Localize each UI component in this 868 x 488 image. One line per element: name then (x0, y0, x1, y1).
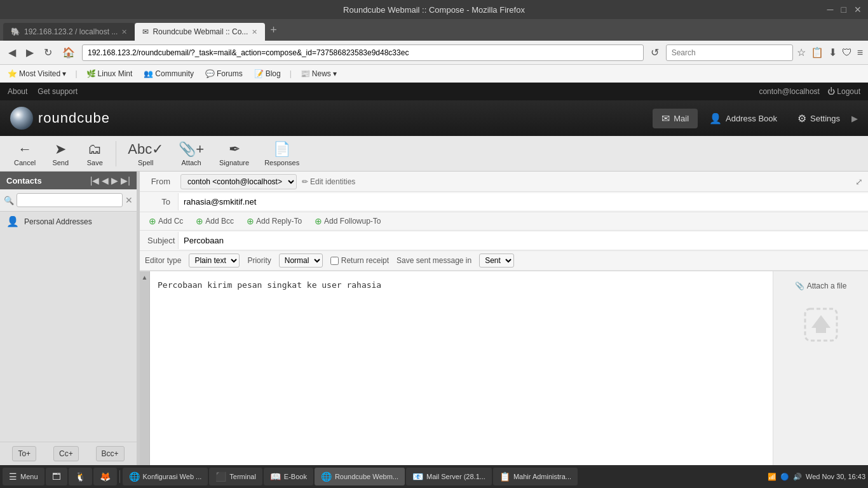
attach-label: Attach (182, 159, 201, 166)
save-sent-select[interactable]: Sent (479, 254, 514, 268)
taskbar-ebook-btn[interactable]: 📖 E-Book (264, 468, 313, 485)
taskbar: ☰ Menu 🗔 🐧 🦊 🌐 Konfigurasi Web ... ⬛ Ter… (0, 465, 868, 488)
nav-expand-btn[interactable]: ▶ (851, 114, 858, 123)
back-button[interactable]: ◀ (5, 45, 19, 60)
bcc-button[interactable]: Bcc+ (96, 446, 125, 461)
add-cc-btn[interactable]: ⊕ Add Cc (145, 215, 187, 227)
logout-btn[interactable]: ⏻ Logout (827, 87, 860, 96)
system-icon: 🐧 (75, 471, 86, 482)
priority-select[interactable]: Normal (279, 254, 323, 268)
tab-rc-close[interactable]: ✕ (252, 28, 257, 36)
spell-label: Spell (138, 159, 153, 166)
return-receipt-checkbox[interactable] (330, 257, 339, 265)
taskbar-menu-btn[interactable]: ☰ Menu (3, 468, 44, 485)
contacts-header: Contacts |◀ ◀ ▶ ▶| (0, 172, 137, 189)
contacts-first-btn[interactable]: |◀ (90, 175, 100, 186)
bookmark-community[interactable]: 👥 Community (141, 68, 196, 79)
history-icon[interactable]: 📋 (811, 46, 824, 58)
signature-button[interactable]: ✒ Signature (213, 139, 255, 169)
taskbar-browser-btn[interactable]: 🦊 (93, 468, 117, 485)
responses-button[interactable]: 📄 Responses (258, 139, 306, 169)
taskbar-roundcube-btn[interactable]: 🌐 Roundcube Webm... (315, 468, 405, 485)
send-button[interactable]: ➤ Send (44, 139, 76, 169)
taskbar-konfigurasi-btn[interactable]: 🌐 Konfigurasi Web ... (123, 468, 208, 485)
responses-label: Responses (264, 159, 299, 166)
nav-settings-btn[interactable]: ⚙ Settings (789, 109, 849, 128)
window-controls[interactable]: ─ □ ✕ (827, 4, 862, 15)
home-button[interactable]: 🏠 (59, 45, 78, 60)
search-clear-btn[interactable]: ✕ (125, 195, 133, 205)
network-icon: 📶 (768, 473, 776, 481)
cc-button[interactable]: Cc+ (53, 446, 79, 461)
minimize-btn[interactable]: ─ (827, 4, 834, 15)
shield-icon[interactable]: 🛡 (842, 47, 852, 58)
menu-icon[interactable]: ≡ (857, 47, 863, 58)
address-input[interactable] (82, 44, 644, 61)
bookmark-most-visited[interactable]: ⭐ Most Visited ▾ (5, 68, 69, 79)
search-input[interactable] (666, 44, 793, 61)
restore-btn[interactable]: □ (841, 4, 846, 15)
bookmark-forums[interactable]: 💬 Forums (203, 68, 245, 79)
add-bcc-btn[interactable]: ⊕ Add Bcc (192, 215, 238, 227)
from-select[interactable]: contoh <contoh@localhost> (180, 174, 297, 189)
add-reply-to-btn[interactable]: ⊕ Add Reply-To (243, 215, 306, 227)
send-icon: ➤ (55, 141, 66, 158)
save-icon: 🗂 (88, 141, 102, 158)
star-icon[interactable]: ☆ (797, 46, 806, 58)
taskbar-files-btn[interactable]: 🗔 (46, 468, 67, 485)
message-body[interactable]: Percobaan kirim pesan singkat ke user ra… (150, 271, 773, 465)
attach-button[interactable]: 📎+ Attach (172, 139, 210, 169)
go-button[interactable]: ↺ (648, 45, 662, 60)
forward-button[interactable]: ▶ (23, 45, 37, 60)
cancel-button[interactable]: ← Cancel (8, 139, 42, 169)
attach-icon: 📎+ (179, 141, 204, 158)
scroll-arrow[interactable]: ▲ (140, 271, 150, 465)
taskbar-terminal-btn[interactable]: ⬛ Terminal (209, 468, 262, 485)
contacts-sidebar: Contacts |◀ ◀ ▶ ▶| 🔍 ✕ 👤 Personal Addres… (0, 172, 137, 465)
download-icon[interactable]: ⬇ (829, 46, 837, 58)
tab-rc-icon: ✉ (142, 27, 149, 36)
taskbar-mahir-btn[interactable]: 📋 Mahir Administra... (493, 468, 578, 485)
contacts-title: Contacts (6, 176, 42, 186)
tab-pma[interactable]: 🐘 192.168.123.2 / localhost ... ✕ (3, 23, 135, 41)
about-link[interactable]: About (8, 87, 27, 96)
tab-pma-label: 192.168.123.2 / localhost ... (24, 27, 118, 36)
app-header-right: contoh@localhost ⏻ Logout (759, 87, 860, 96)
add-followup-to-btn[interactable]: ⊕ Add Followup-To (311, 215, 384, 227)
to-input[interactable] (178, 193, 868, 210)
save-button[interactable]: 🗂 Save (79, 139, 111, 169)
spell-button[interactable]: Abc✓ Spell (121, 139, 170, 169)
taskbar-mailserver-btn[interactable]: 📧 Mail Server (28.1... (406, 468, 492, 485)
browser-icon: 🦊 (100, 471, 111, 482)
subject-input[interactable] (178, 232, 868, 249)
close-btn[interactable]: ✕ (854, 4, 862, 15)
contacts-search-input[interactable] (17, 193, 123, 207)
nav-mail-label: Mail (674, 114, 689, 123)
nav-addressbook-label: Address Book (726, 114, 777, 123)
edit-identities-btn[interactable]: ✏ Edit identities (302, 177, 355, 186)
get-support-link[interactable]: Get support (37, 87, 78, 96)
subject-row: Subject (140, 231, 868, 251)
bookmark-blog[interactable]: 📝 Blog (252, 68, 283, 79)
svg-rect-2 (816, 328, 826, 333)
add-bcc-icon: ⊕ (196, 216, 203, 226)
bookmark-news[interactable]: 📰 News ▾ (298, 68, 339, 79)
new-tab-button[interactable]: + (265, 24, 282, 37)
editor-type-select[interactable]: Plain text (189, 254, 240, 268)
toolbar-sep-1 (116, 141, 116, 166)
bookmark-linux-mint[interactable]: 🌿 Linux Mint (84, 68, 135, 79)
tab-roundcube[interactable]: ✉ Roundcube Webmail :: Co... ✕ (135, 23, 265, 41)
contacts-next-btn[interactable]: ▶ (111, 175, 118, 186)
maximize-compose-btn[interactable]: ⤢ (855, 177, 863, 187)
contacts-last-btn[interactable]: ▶| (121, 175, 130, 186)
attach-file-button[interactable]: 📎 Attach a file (790, 279, 852, 293)
tab-pma-close[interactable]: ✕ (121, 28, 127, 36)
refresh-button[interactable]: ↻ (41, 45, 55, 60)
nav-addressbook-btn[interactable]: 👤 Address Book (700, 109, 786, 128)
to-button[interactable]: To+ (12, 446, 36, 461)
taskbar-system-btn[interactable]: 🐧 (69, 468, 92, 485)
nav-mail-btn[interactable]: ✉ Mail (653, 109, 698, 128)
main-content: Contacts |◀ ◀ ▶ ▶| 🔍 ✕ 👤 Personal Addres… (0, 172, 868, 465)
contacts-prev-btn[interactable]: ◀ (102, 175, 109, 186)
add-followup-to-icon: ⊕ (315, 216, 322, 226)
